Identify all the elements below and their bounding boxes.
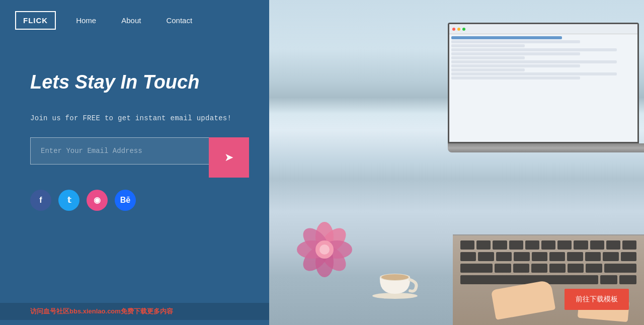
nav-links: Home About Contact: [76, 16, 192, 25]
social-icons: f 𝕥 ◉ Bē: [30, 190, 249, 211]
screen-line: [451, 64, 580, 67]
twitter-button[interactable]: 𝕥: [58, 190, 79, 211]
left-panel: FLICK Home About Contact Lets Stay In To…: [0, 0, 269, 325]
key: [495, 264, 511, 273]
headline: Lets Stay In Touch: [30, 71, 249, 94]
send-button[interactable]: ➤: [209, 137, 249, 178]
facebook-button[interactable]: f: [30, 190, 51, 211]
dot-red: [452, 28, 455, 31]
key: [586, 264, 602, 273]
tea-cup: [370, 255, 420, 300]
key-row: [460, 275, 636, 284]
screen-line: [451, 40, 580, 43]
flower-svg: [289, 214, 360, 285]
download-button[interactable]: 前往下载模板: [565, 289, 629, 310]
key: [567, 252, 583, 261]
key: [621, 252, 636, 261]
screen-line: [451, 48, 617, 51]
key: [532, 252, 547, 261]
nav-home[interactable]: Home: [76, 16, 96, 25]
screen-content: [449, 24, 637, 142]
key: [549, 252, 565, 261]
send-icon: ➤: [224, 151, 233, 164]
right-panel: 前往下载模板: [269, 0, 644, 325]
dot-yellow: [457, 28, 460, 31]
flower: [289, 214, 360, 285]
facebook-icon: f: [39, 196, 42, 205]
key: [476, 240, 491, 250]
logo[interactable]: FLICK: [15, 11, 56, 30]
key-row: [460, 264, 636, 273]
navigation: FLICK Home About Contact: [0, 0, 269, 41]
screen-line: [451, 60, 617, 63]
key: [619, 275, 636, 284]
key: [460, 240, 474, 250]
laptop: [448, 23, 644, 184]
key: [557, 240, 572, 250]
screen-header: [449, 24, 637, 34]
keyboard-area: [453, 234, 644, 325]
screen-line: [451, 68, 525, 71]
key: [460, 252, 476, 261]
main-content: Lets Stay In Touch Join us for FREE to g…: [0, 41, 269, 325]
behance-button[interactable]: Bē: [115, 190, 136, 211]
watermark: 访问血号社区bbs.xienlao.com免费下载更多内容: [0, 303, 269, 320]
key: [460, 264, 493, 273]
key: [604, 264, 636, 273]
screen-line: [451, 56, 525, 59]
key: [525, 240, 539, 250]
tea-cup-svg: [370, 255, 420, 300]
screen-line: [451, 36, 562, 39]
key: [622, 240, 636, 250]
screen-line: [451, 72, 617, 75]
behance-icon: Bē: [120, 196, 130, 205]
key: [590, 240, 604, 250]
key: [531, 264, 547, 273]
dribbble-icon: ◉: [94, 195, 101, 205]
subtitle: Join us for FREE to get instant email up…: [30, 114, 249, 122]
key: [603, 252, 618, 261]
key: [493, 240, 507, 250]
screen-line: [451, 52, 580, 55]
key: [509, 240, 523, 250]
screen-line: [451, 76, 580, 79]
email-area: ➤: [30, 137, 249, 165]
dribbble-button[interactable]: ◉: [87, 190, 108, 211]
key: [514, 252, 529, 261]
key: [606, 240, 620, 250]
key: [496, 252, 512, 261]
key: [549, 264, 566, 273]
key: [600, 275, 617, 284]
twitter-icon: 𝕥: [67, 195, 71, 205]
key: [585, 252, 601, 261]
screen-body: [449, 34, 637, 142]
key: [574, 240, 588, 250]
key-row: [460, 252, 636, 261]
nav-contact[interactable]: Contact: [166, 16, 192, 25]
key: [478, 252, 494, 261]
laptop-base: [448, 143, 644, 152]
key: [568, 264, 584, 273]
dot-green: [462, 28, 465, 31]
svg-point-9: [319, 245, 330, 255]
nav-about[interactable]: About: [121, 16, 141, 25]
svg-point-12: [381, 274, 409, 280]
keyboard-rows: [453, 235, 644, 289]
key: [541, 240, 555, 250]
key: [513, 264, 529, 273]
key-row: [460, 240, 636, 250]
screen-line: [451, 44, 525, 47]
laptop-screen: [448, 23, 639, 143]
